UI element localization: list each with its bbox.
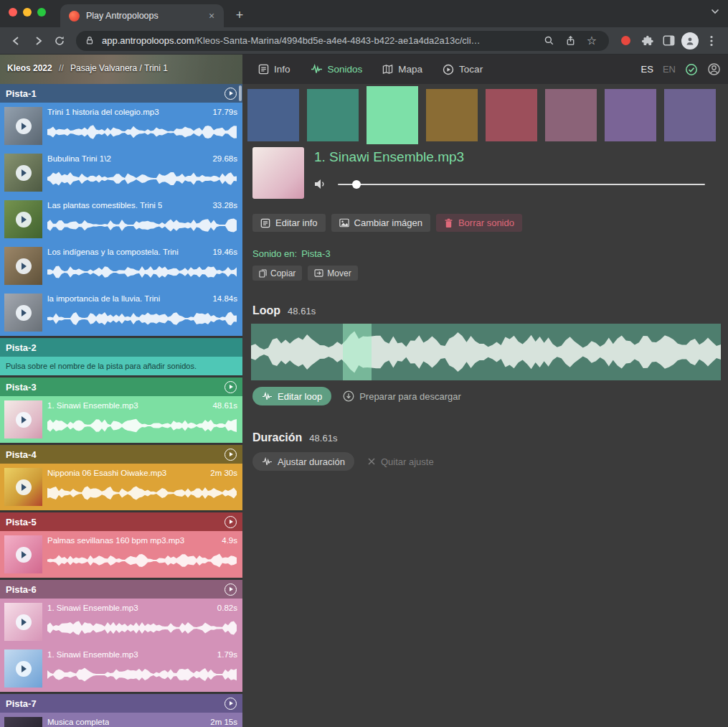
sound-item[interactable]: Trini 1 historia del colegio.mp317.79s [0, 103, 242, 149]
sound-item[interactable]: Nipponia 06 Esashi Oiwake.mp32m 30s [0, 464, 242, 510]
url-text[interactable]: app.antropoloops.com/Kleos-Santa-Marina/… [102, 35, 536, 46]
track-name[interactable]: Pista-4 [6, 449, 224, 460]
copy-button[interactable]: Copiar [252, 266, 302, 281]
track-name[interactable]: Pista-1 [6, 88, 224, 99]
close-window-button[interactable] [9, 8, 17, 17]
edit-loop-button[interactable]: Editar loop [252, 387, 331, 405]
track-name[interactable]: Pista-3 [6, 382, 224, 393]
volume-handle[interactable] [352, 180, 361, 189]
track-color-swatch-selected[interactable] [367, 86, 418, 144]
thumbnail-play-icon[interactable] [16, 547, 32, 563]
track-play-button[interactable] [224, 88, 237, 100]
thumbnail-play-icon[interactable] [16, 165, 32, 181]
sound-title[interactable]: 1. Sinawi Ensemble.mp3 [47, 650, 138, 659]
sound-item[interactable]: Bubulina Trini 1\229.68s [0, 149, 242, 196]
language-es[interactable]: ES [641, 64, 653, 75]
track-name[interactable]: Pista-6 [6, 584, 224, 595]
thumbnail-play-icon[interactable] [16, 614, 32, 630]
loop-waveform[interactable] [251, 324, 721, 380]
prepare-download-button[interactable]: Preparar para descargar [343, 390, 461, 402]
track-color-swatch[interactable] [605, 89, 656, 141]
sound-title[interactable]: 1. Sinawi Ensemble.mp3 [47, 604, 138, 612]
sound-item[interactable]: 1. Sinawi Ensemble.mp31.79s [0, 645, 242, 692]
track-color-swatch[interactable] [664, 89, 716, 141]
sound-item[interactable]: 1. Sinawi Ensemble.mp30.82s [0, 599, 242, 645]
address-bar[interactable]: app.antropoloops.com/Kleos-Santa-Marina/… [76, 31, 609, 51]
sound-item[interactable]: Los indígenas y la compostela. Trini19.4… [0, 243, 242, 289]
nav-tab-tocar[interactable]: Tocar [443, 64, 483, 75]
track-name[interactable]: Pista-5 [6, 517, 224, 527]
track-play-button[interactable] [224, 583, 237, 596]
loop-selection[interactable] [343, 324, 372, 380]
sound-title[interactable]: Trini 1 historia del colegio.mp3 [47, 108, 159, 116]
sound-in-track-link[interactable]: Pista-3 [301, 248, 330, 259]
sound-title[interactable]: Palmas sevillanas 160 bpm mp3.mp3 [47, 536, 184, 545]
sound-title[interactable]: Bubulina Trini 1\2 [47, 154, 111, 163]
account-icon[interactable] [707, 62, 721, 76]
reload-button[interactable] [49, 30, 70, 52]
tab-search-chevron-icon[interactable] [711, 9, 719, 14]
bookmark-star-icon[interactable]: ☆ [583, 32, 600, 50]
thumbnail-play-icon[interactable] [16, 412, 32, 428]
volume-icon[interactable] [314, 179, 327, 189]
back-button[interactable] [6, 30, 27, 52]
sound-title[interactable]: 1. Sinawi Ensemble.mp3 [47, 401, 138, 410]
nav-tab-sonidos[interactable]: Sonidos [311, 64, 363, 75]
track-header[interactable]: Pista-4 [0, 445, 242, 464]
remove-adjust-button[interactable]: Quitar ajuste [367, 456, 434, 467]
sound-item-selected[interactable]: 1. Sinawi Ensemble.mp348.61s [0, 396, 242, 443]
sound-title[interactable]: Nipponia 06 Esashi Oiwake.mp3 [47, 469, 166, 477]
new-tab-button[interactable]: + [231, 7, 248, 24]
profile-avatar[interactable] [679, 30, 701, 52]
adjust-duration-button[interactable]: Ajustar duración [252, 452, 354, 471]
tab-close-icon[interactable]: × [205, 9, 218, 22]
thumbnail-play-icon[interactable] [16, 661, 32, 677]
language-en[interactable]: EN [663, 64, 676, 75]
track-play-button[interactable] [224, 698, 237, 710]
thumbnail-play-icon[interactable] [16, 479, 32, 495]
sound-item[interactable]: Palmas sevillanas 160 bpm mp3.mp34.9s [0, 531, 242, 578]
volume-slider[interactable] [338, 184, 705, 185]
track-header[interactable]: Pista-6 [0, 580, 242, 599]
recording-indicator-icon[interactable] [615, 30, 636, 52]
site-lock-icon[interactable] [85, 35, 95, 46]
sidebar-toggle-icon[interactable] [658, 30, 679, 52]
track-header[interactable]: Pista-1 [0, 84, 242, 103]
zoom-window-button[interactable] [37, 8, 46, 17]
share-icon[interactable] [562, 32, 579, 50]
edit-info-button[interactable]: Editar info [252, 214, 326, 232]
move-button[interactable]: Mover [308, 266, 357, 281]
sound-title[interactable]: Los indígenas y la compostela. Trini [47, 248, 179, 256]
zoom-icon[interactable] [540, 32, 557, 50]
sound-item[interactable]: la importancia de la lluvia. Trini14.84s [0, 289, 242, 336]
thumbnail-play-icon[interactable] [16, 258, 32, 274]
saved-check-icon[interactable] [685, 63, 698, 76]
detail-thumbnail[interactable] [252, 147, 304, 199]
track-header[interactable]: Pista-5 [0, 512, 242, 531]
track-color-swatch[interactable] [426, 89, 478, 141]
forward-button[interactable] [27, 30, 49, 52]
track-play-button[interactable] [224, 516, 237, 528]
browser-menu-icon[interactable] [701, 30, 722, 52]
sidebar-scrollbar[interactable] [239, 85, 242, 101]
track-play-button[interactable] [224, 449, 237, 461]
nav-tab-info[interactable]: Info [258, 64, 290, 75]
track-header[interactable]: Pista-2 [0, 338, 242, 357]
track-color-swatch[interactable] [247, 89, 299, 141]
delete-sound-button[interactable]: Borrar sonido [436, 214, 522, 232]
sound-title[interactable]: la importancia de la lluvia. Trini [47, 294, 160, 303]
thumbnail-play-icon[interactable] [16, 212, 32, 228]
sound-title[interactable]: Musica completa [47, 718, 109, 726]
minimize-window-button[interactable] [23, 8, 32, 17]
track-header[interactable]: Pista-7 [0, 694, 242, 713]
nav-tab-mapa[interactable]: Mapa [382, 64, 422, 75]
sound-item[interactable]: Musica completa2m 15s [0, 713, 242, 727]
track-color-swatch[interactable] [307, 89, 359, 141]
track-play-button[interactable] [224, 381, 237, 393]
track-name[interactable]: Pista-7 [6, 698, 224, 709]
sound-title[interactable]: Las plantas comestibles. Trini 5 [47, 201, 162, 210]
track-header[interactable]: Pista-3 [0, 377, 242, 396]
thumbnail-play-icon[interactable] [16, 305, 32, 321]
track-name[interactable]: Pista-2 [6, 342, 237, 353]
track-color-swatch[interactable] [545, 89, 597, 141]
